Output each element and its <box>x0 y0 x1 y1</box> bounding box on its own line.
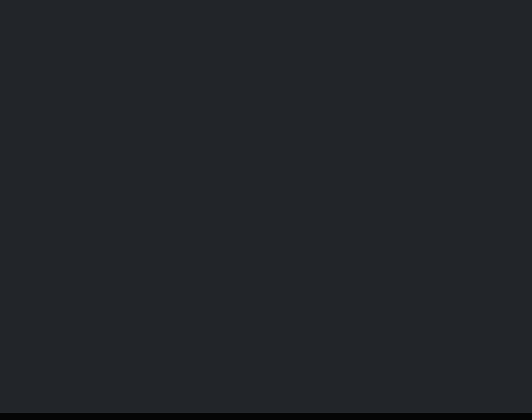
empty-row <box>6 20 532 29</box>
memory-meter <box>6 3 532 12</box>
function-key-bar <box>0 413 532 420</box>
memory-summary-strip <box>0 3 532 29</box>
swap-meter <box>6 12 532 20</box>
spacer <box>0 29 532 41</box>
cpu-meters-section <box>0 0 532 3</box>
htop-screen <box>0 0 532 420</box>
